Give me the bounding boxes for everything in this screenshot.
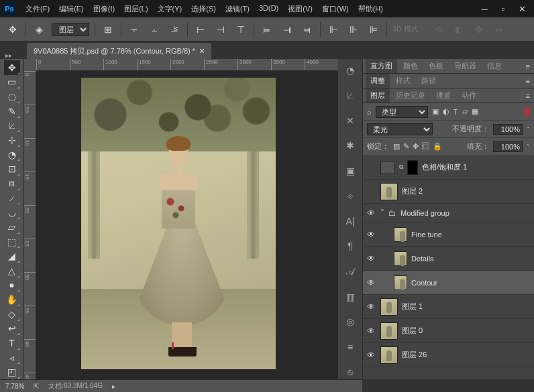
tab-close-icon[interactable]: × <box>199 46 205 56</box>
menu-s[interactable]: 选择(S) <box>187 1 220 17</box>
align-top-icon[interactable]: ⫟ <box>127 22 142 37</box>
tab-调整[interactable]: 调整 <box>366 74 390 88</box>
tab-直方图[interactable]: 直方图 <box>366 59 397 73</box>
tab-颜色[interactable]: 颜色 <box>398 59 423 73</box>
filter-smart-icon[interactable]: ▦ <box>472 107 478 116</box>
dist-right-icon[interactable]: ⊫ <box>366 22 381 37</box>
dist-top-icon[interactable]: ⫢ <box>260 22 274 37</box>
align-left-icon[interactable]: ⊢ <box>193 22 208 37</box>
tab-历史记录[interactable]: 历史记录 <box>391 88 430 103</box>
tool-8[interactable]: ⧈ <box>4 176 20 191</box>
tool-13[interactable]: ◢ <box>4 249 20 263</box>
panel-menu-icon[interactable]: ≡ <box>526 77 534 85</box>
lock-all-icon[interactable]: 🔒 <box>433 142 442 151</box>
menu-t[interactable]: 滤镜(T) <box>221 1 254 17</box>
filter-type-icon[interactable]: T <box>453 108 458 116</box>
visibility-toggle[interactable]: 👁 <box>366 208 376 218</box>
tool-6[interactable]: ◔ <box>4 147 20 162</box>
tab-信息[interactable]: 信息 <box>482 59 506 73</box>
menu-l[interactable]: 图层(L) <box>120 1 152 17</box>
visibility-toggle[interactable]: 👁 <box>366 230 376 239</box>
layer-row[interactable]: 👁Fine tune <box>363 222 534 247</box>
align-hcenter-icon[interactable]: ⊣ <box>213 22 228 37</box>
zoom-level[interactable]: 7.78% <box>5 383 24 390</box>
auto-select-icon[interactable]: ◈ <box>32 22 46 37</box>
tab-色板[interactable]: 色板 <box>424 59 448 73</box>
menu-dd[interactable]: 3D(D) <box>255 1 282 17</box>
strip-icon-3[interactable]: ✱ <box>343 139 358 153</box>
layer-name[interactable]: 图层 2 <box>402 186 423 196</box>
layer-row[interactable]: ⧉色相/饱和度 1 <box>363 155 534 180</box>
tab-导航器[interactable]: 导航器 <box>449 59 481 73</box>
tool-19[interactable]: T <box>4 336 20 350</box>
document-tab[interactable]: 9V0A0885 拷贝.psd @ 7.78% (Contour, RGB/8)… <box>27 43 211 59</box>
menu-i[interactable]: 图像(I) <box>89 1 119 17</box>
tool-14[interactable]: △ <box>4 263 20 278</box>
strip-icon-10[interactable]: ◎ <box>343 314 358 329</box>
search-icon[interactable]: ⌕ <box>367 108 372 116</box>
tool-20[interactable]: ◃ <box>4 350 20 365</box>
menu-w[interactable]: 窗口(W) <box>318 1 353 17</box>
filter-shape-icon[interactable]: ▱ <box>462 107 468 116</box>
align-vcenter-icon[interactable]: ⫠ <box>147 22 162 37</box>
menu-f[interactable]: 文件(F) <box>21 1 54 17</box>
tool-5[interactable]: ⊹ <box>4 133 20 147</box>
tool-16[interactable]: ✋ <box>4 292 20 307</box>
visibility-toggle[interactable]: 👁 <box>366 278 376 287</box>
strip-icon-8[interactable]: 𝒜 <box>343 264 358 279</box>
align-bottom-icon[interactable]: ⫡ <box>167 22 182 37</box>
visibility-toggle[interactable]: 👁 <box>366 302 376 312</box>
tab-动作[interactable]: 动作 <box>457 88 481 103</box>
layer-row[interactable]: 👁图层 26 <box>363 343 534 367</box>
fill-input[interactable] <box>493 141 523 152</box>
strip-icon-6[interactable]: A| <box>343 214 358 228</box>
close-button[interactable]: ✕ <box>513 2 531 15</box>
tab-样式[interactable]: 样式 <box>391 74 415 88</box>
tool-21[interactable]: ◰ <box>4 365 20 379</box>
tool-11[interactable]: ▱ <box>4 220 20 235</box>
filter-toggle[interactable] <box>525 107 530 117</box>
tab-图层[interactable]: 图层 <box>366 88 390 103</box>
collapse-icon[interactable]: ▸▸ <box>5 52 12 59</box>
visibility-toggle[interactable]: 👁 <box>366 350 376 360</box>
tool-12[interactable]: ⬚ <box>4 235 20 249</box>
layer-name[interactable]: 图层 1 <box>402 302 423 312</box>
move-tool-icon[interactable]: ✥ <box>5 22 20 37</box>
chevron-down-icon[interactable]: ˅ <box>527 126 530 133</box>
layer-select[interactable]: 图层 <box>52 23 89 36</box>
strip-icon-2[interactable]: ✕ <box>343 113 358 128</box>
layer-name[interactable]: 色相/饱和度 1 <box>422 162 467 172</box>
export-icon[interactable]: ⇱ <box>34 383 39 390</box>
dist-left-icon[interactable]: ⊩ <box>326 22 341 37</box>
layer-name[interactable]: Modified group <box>400 209 449 217</box>
visibility-toggle[interactable]: 👁 <box>366 254 376 263</box>
tool-1[interactable]: ▭ <box>4 75 20 90</box>
layer-name[interactable]: Fine tune <box>411 231 442 239</box>
tool-17[interactable]: ◇ <box>4 307 20 322</box>
layer-row[interactable]: 👁Details <box>363 247 534 271</box>
menu-e[interactable]: 编辑(E) <box>55 1 88 17</box>
tool-15[interactable]: ● <box>4 278 20 293</box>
visibility-toggle[interactable]: 👁 <box>366 326 376 336</box>
filter-pixel-icon[interactable]: ▣ <box>432 107 439 116</box>
menu-y[interactable]: 文字(Y) <box>154 1 186 17</box>
menu-v[interactable]: 视图(V) <box>284 1 317 17</box>
tool-2[interactable]: ◌ <box>4 89 20 104</box>
layer-row[interactable]: 👁图层 0 <box>363 319 534 343</box>
layer-name[interactable]: Contour <box>411 279 437 287</box>
layer-name[interactable]: 图层 26 <box>402 350 427 360</box>
arrow-right-icon[interactable]: ▸ <box>112 383 115 390</box>
canvas[interactable] <box>81 78 276 369</box>
lock-position-icon[interactable]: ✥ <box>413 142 419 151</box>
lock-transparency-icon[interactable]: ▨ <box>393 142 400 151</box>
transform-controls-icon[interactable]: ⊞ <box>101 22 115 37</box>
layer-row[interactable]: 图层 2 <box>363 180 534 204</box>
dist-bottom-icon[interactable]: ⫤ <box>300 22 315 37</box>
strip-icon-9[interactable]: ▥ <box>343 289 358 304</box>
tool-4[interactable]: ⟀ <box>4 119 20 133</box>
filter-adjust-icon[interactable]: ◐ <box>443 107 449 116</box>
link-icon[interactable]: ⧉ <box>399 164 403 171</box>
menu-h[interactable]: 帮助(H) <box>354 1 387 17</box>
chevron-down-icon[interactable]: ˅ <box>380 208 384 218</box>
strip-icon-12[interactable]: ⎋ <box>343 365 358 379</box>
